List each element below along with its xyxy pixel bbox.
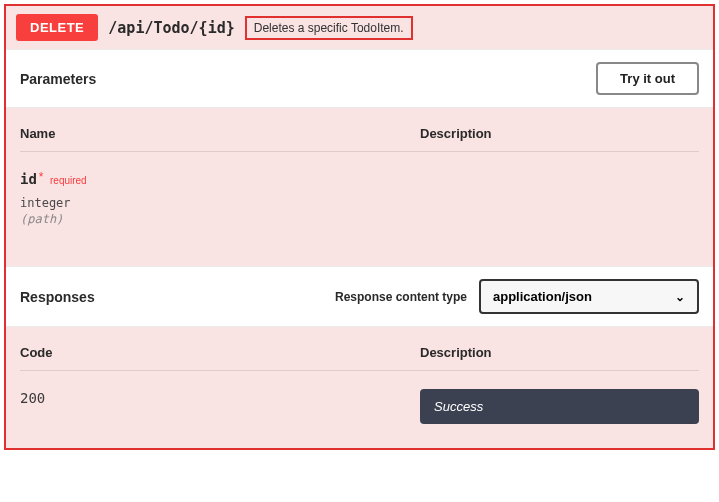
endpoint-path: /api/Todo/{id}	[108, 19, 234, 37]
parameters-body: Name Description id* required integer (p…	[6, 108, 713, 266]
response-description: Success	[434, 399, 483, 414]
try-it-out-button[interactable]: Try it out	[596, 62, 699, 95]
responses-title: Responses	[20, 289, 95, 305]
content-type-label: Response content type	[335, 290, 467, 304]
param-header-description: Description	[420, 126, 699, 141]
required-star-icon: *	[39, 170, 44, 184]
required-label: required	[50, 175, 87, 186]
param-name: id	[20, 171, 37, 187]
response-code: 200	[20, 390, 45, 406]
content-type-value: application/json	[493, 289, 592, 304]
responses-bar: Responses Response content type applicat…	[6, 266, 713, 327]
operation-header[interactable]: DELETE /api/Todo/{id} Deletes a specific…	[6, 6, 713, 49]
parameters-bar: Parameters Try it out	[6, 49, 713, 108]
content-type-select[interactable]: application/json ⌄	[479, 279, 699, 314]
response-description-box: Success	[420, 389, 699, 424]
response-row: 200 Success	[20, 371, 699, 424]
chevron-down-icon: ⌄	[675, 290, 685, 304]
param-type: integer	[20, 196, 699, 210]
summary-highlight: Deletes a specific TodoItem.	[245, 16, 413, 40]
response-header-description: Description	[420, 345, 699, 360]
response-header-code: Code	[20, 345, 420, 360]
parameters-title: Parameters	[20, 71, 96, 87]
param-row: id* required integer (path)	[20, 152, 699, 226]
http-method-badge: DELETE	[16, 14, 98, 41]
param-header-name: Name	[20, 126, 420, 141]
responses-body: Code Description 200 Success	[6, 327, 713, 448]
param-in: (path)	[20, 212, 699, 226]
operation-block: DELETE /api/Todo/{id} Deletes a specific…	[4, 4, 715, 450]
